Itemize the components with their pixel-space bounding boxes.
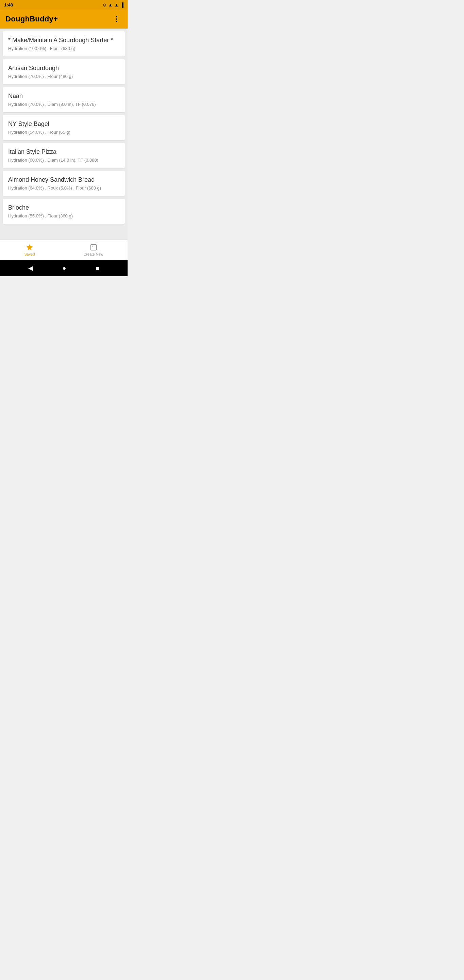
recipe-details: Hydration (54.0%) , Flour (65 g) [8, 130, 119, 135]
status-time: 1:48 [4, 2, 13, 8]
nav-create-new[interactable]: Create New [76, 242, 110, 258]
nav-create-new-label: Create New [83, 252, 103, 256]
app-bar: DoughBuddy+ [0, 10, 127, 29]
bottom-navigation: Saved Create New [0, 240, 127, 260]
location-icon: ⊙ [103, 2, 106, 8]
recipe-name: NY Style Bagel [8, 121, 119, 127]
recipe-item-italian-pizza[interactable]: Italian Style Pizza Hydration (60.0%) , … [3, 143, 125, 168]
recipes-list: * Make/Maintain A Sourdough Starter * Hy… [0, 29, 127, 240]
recipe-item-brioche[interactable]: Brioche Hydration (55.0%) , Flour (360 g… [3, 199, 125, 224]
recipe-details: Hydration (64.0%) , Roux (5.0%) , Flour … [8, 185, 119, 191]
android-nav-bar: ◀ ● ■ [0, 260, 127, 276]
svg-rect-0 [91, 245, 96, 250]
menu-dot-2 [116, 18, 118, 20]
status-icons: ⊙ ▲ ▲ ▐ [103, 2, 124, 8]
recipe-item-almond-honey[interactable]: Almond Honey Sandwich Bread Hydration (6… [3, 171, 125, 196]
recent-button[interactable]: ■ [95, 265, 99, 272]
recipe-item-artisan-sourdough[interactable]: Artisan Sourdough Hydration (70.0%) , Fl… [3, 59, 125, 84]
recipe-details: Hydration (70.0%) , Diam (8.0 in), TF (0… [8, 102, 119, 107]
recipe-name: Italian Style Pizza [8, 148, 119, 156]
menu-dot-1 [116, 16, 118, 18]
recipe-details: Hydration (60.0%) , Diam (14.0 in), TF (… [8, 158, 119, 163]
battery-icon: ▐ [121, 2, 124, 8]
nav-saved-label: Saved [24, 252, 35, 256]
back-button[interactable]: ◀ [28, 264, 33, 272]
recipe-name: Artisan Sourdough [8, 65, 119, 72]
recipe-item-naan[interactable]: Naan Hydration (70.0%) , Diam (8.0 in), … [3, 87, 125, 112]
content-spacer [3, 227, 125, 237]
recipe-name: Naan [8, 92, 119, 100]
nav-saved[interactable]: Saved [17, 242, 41, 258]
home-button[interactable]: ● [63, 265, 66, 272]
menu-dot-3 [116, 21, 118, 22]
star-icon [26, 243, 33, 251]
recipe-details: Hydration (70.0%) , Flour (480 g) [8, 74, 119, 79]
recipe-name: Almond Honey Sandwich Bread [8, 176, 119, 183]
recipe-name: * Make/Maintain A Sourdough Starter * [8, 37, 119, 44]
recipe-item-ny-bagel[interactable]: NY Style Bagel Hydration (54.0%) , Flour… [3, 115, 125, 140]
recipe-item-sourdough-starter[interactable]: * Make/Maintain A Sourdough Starter * Hy… [3, 31, 125, 56]
calculator-icon [90, 243, 97, 251]
recipe-name: Brioche [8, 204, 119, 211]
recipe-details: Hydration (55.0%) , Flour (360 g) [8, 213, 119, 218]
wifi-icon: ▲ [108, 2, 113, 8]
signal-icon: ▲ [114, 2, 119, 8]
more-options-button[interactable] [111, 14, 122, 24]
status-bar: 1:48 ⊙ ▲ ▲ ▐ [0, 0, 127, 10]
recipe-details: Hydration (100.0%) , Flour (630 g) [8, 46, 119, 51]
app-title: DoughBuddy+ [5, 14, 58, 24]
